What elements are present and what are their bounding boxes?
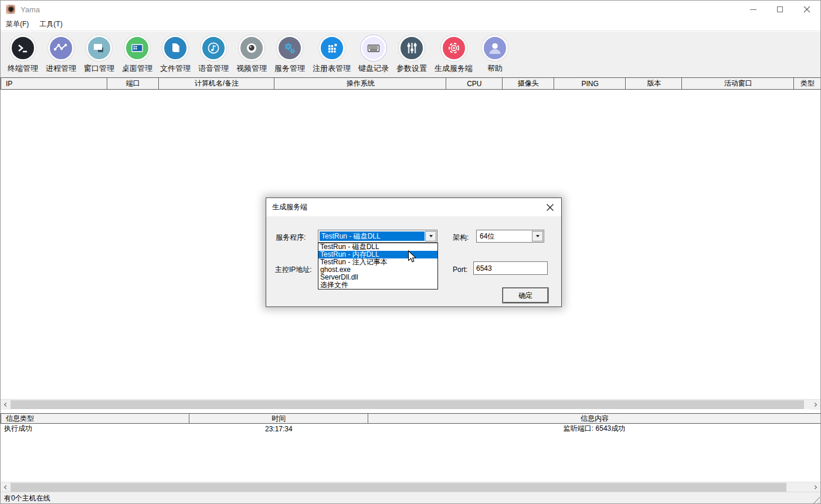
architecture-value: 64位 [478, 231, 531, 241]
toolbar: 终端管理 进程管理 窗口管理 桌面管理 文件管理 [1, 32, 820, 77]
service-program-dropdown-list: TestRun - 磁盘DLL TestRun - 内存DLL TestRun … [318, 243, 438, 290]
dialog-title-bar: 生成服务端 [266, 198, 561, 216]
combo-dropdown-button[interactable] [532, 231, 543, 241]
column-header-type[interactable]: 类型 [794, 78, 820, 89]
service-program-combobox[interactable]: TestRun - 磁盘DLL [318, 230, 437, 243]
toolbar-button-files[interactable]: 文件管理 [160, 35, 191, 74]
ok-button-label: 确定 [518, 291, 532, 301]
close-button[interactable] [793, 1, 820, 18]
toolbar-button-registry[interactable]: 注册表管理 [313, 35, 351, 74]
chevron-right-icon [813, 485, 817, 489]
toolbar-button-desktop[interactable]: 桌面管理 [122, 35, 152, 74]
column-header-message-content[interactable]: 信息内容 [368, 414, 820, 423]
registry-icon [319, 35, 345, 61]
maximize-button[interactable] [766, 1, 793, 18]
desktop-icon [124, 35, 150, 61]
message-row[interactable]: 执行成功 23:17:34 监听端口: 6543成功 [1, 424, 820, 434]
column-header-port[interactable]: 端口 [107, 78, 159, 89]
toolbar-button-video[interactable]: 视频管理 [236, 35, 267, 74]
menu-item-tools[interactable]: 工具(T) [34, 18, 67, 31]
column-header-time[interactable]: 时间 [189, 414, 369, 423]
toolbar-button-keylogger[interactable]: 键盘记录 [358, 35, 389, 74]
column-header-computer-name[interactable]: 计算机名/备注 [159, 78, 275, 89]
chevron-down-icon [429, 235, 433, 237]
keyboard-icon [361, 35, 386, 61]
column-header-os[interactable]: 操作系统 [274, 78, 446, 89]
column-header-active-window[interactable]: 活动窗口 [682, 78, 794, 89]
column-header-cpu[interactable]: CPU [446, 78, 503, 89]
close-icon [546, 203, 554, 212]
column-header-ping[interactable]: PING [554, 78, 626, 89]
service-dropdown-item[interactable]: 选择文件 [318, 281, 437, 289]
scrollbar-thumb[interactable] [11, 400, 804, 409]
message-content-cell: 监听端口: 6543成功 [368, 424, 820, 434]
message-type-cell: 执行成功 [1, 424, 189, 434]
toolbar-button-help[interactable]: 帮助 [480, 35, 510, 74]
architecture-label: 架构: [453, 233, 469, 243]
status-bar: 有0个主机在线 [1, 492, 820, 504]
window-controls [739, 1, 820, 18]
column-header-ip[interactable]: IP [1, 78, 107, 89]
target-icon [441, 35, 467, 61]
window-title: Yama [21, 5, 40, 14]
scroll-right-button[interactable] [810, 482, 820, 492]
app-logo-icon [6, 5, 15, 14]
chevron-left-icon [4, 485, 8, 489]
scroll-left-button[interactable] [1, 400, 11, 410]
toolbar-button-windows[interactable]: 窗口管理 [84, 35, 114, 74]
activity-icon [48, 35, 74, 61]
chevron-down-icon [536, 235, 540, 237]
message-table-header: 信息类型 时间 信息内容 [1, 413, 820, 424]
terminal-icon [10, 35, 36, 61]
online-hosts-status: 有0个主机在线 [4, 493, 50, 503]
app-window: Yama 菜单(F) 工具(T) 终端管理 进程管理 [0, 0, 821, 504]
mouse-cursor [408, 250, 418, 264]
menu-item-menu[interactable]: 菜单(F) [1, 18, 34, 31]
chevron-left-icon [4, 403, 8, 407]
combo-dropdown-button[interactable] [425, 231, 436, 241]
chevron-right-icon [813, 403, 817, 407]
scroll-left-button[interactable] [1, 482, 11, 492]
toolbar-button-audio[interactable]: 语音管理 [198, 35, 229, 74]
audio-icon [201, 35, 226, 61]
gears-icon [277, 35, 303, 61]
column-header-version[interactable]: 版本 [626, 78, 682, 89]
master-ip-label: 主控IP地址: [275, 265, 312, 275]
ok-button[interactable]: 确定 [503, 288, 548, 303]
maximize-icon [777, 6, 783, 12]
message-table-body: 执行成功 23:17:34 监听端口: 6543成功 [1, 424, 820, 482]
toolbar-button-terminal[interactable]: 终端管理 [8, 35, 38, 74]
toolbar-button-generate-server[interactable]: 生成服务端 [435, 35, 473, 74]
host-table-hscrollbar[interactable] [1, 399, 820, 409]
scroll-right-button[interactable] [810, 400, 820, 410]
architecture-combobox[interactable]: 64位 [476, 230, 544, 243]
toolbar-button-settings[interactable]: 参数设置 [396, 35, 427, 74]
service-program-value: TestRun - 磁盘DLL [320, 231, 425, 241]
person-icon [482, 35, 508, 61]
port-label: Port: [453, 265, 467, 274]
window-icon [86, 35, 112, 61]
camera-icon [239, 35, 264, 61]
message-time-cell: 23:17:34 [189, 425, 369, 433]
toolbar-button-services[interactable]: 服务管理 [274, 35, 305, 74]
port-input[interactable] [473, 261, 548, 275]
minimize-icon [750, 9, 756, 10]
column-header-message-type[interactable]: 信息类型 [1, 414, 189, 423]
message-table-hscrollbar[interactable] [1, 482, 820, 492]
menu-bar: 菜单(F) 工具(T) [1, 18, 820, 31]
minimize-button[interactable] [739, 1, 766, 18]
dialog-close-button[interactable] [545, 203, 555, 212]
resize-grip[interactable] [812, 495, 820, 503]
sliders-icon [399, 35, 425, 61]
column-header-webcam[interactable]: 摄像头 [503, 78, 554, 89]
scrollbar-thumb[interactable] [11, 483, 786, 492]
file-icon [162, 35, 188, 61]
host-table-header: IP 端口 计算机名/备注 操作系统 CPU 摄像头 PING 版本 活动窗口 … [1, 77, 820, 90]
toolbar-button-process[interactable]: 进程管理 [46, 35, 76, 74]
dialog-title: 生成服务端 [272, 202, 307, 212]
title-bar: Yama [1, 1, 820, 18]
close-icon [803, 6, 810, 13]
service-program-label: 服务程序: [276, 233, 306, 243]
